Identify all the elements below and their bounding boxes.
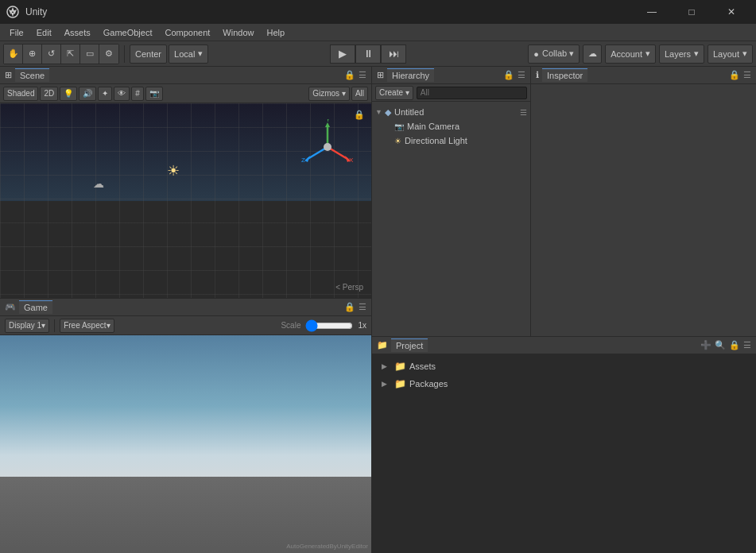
menu-component[interactable]: Component [158,26,216,39]
aspect-button[interactable]: Free Aspect ▾ [60,319,114,333]
cloud-button[interactable]: ☁ [583,44,602,64]
transform-tools: ✋ ⊕ ↺ ⇱ ▭ ⚙ [3,44,119,64]
space-button[interactable]: Local ▾ [169,44,208,64]
game-lock-icon[interactable]: 🔒 [344,302,355,312]
hierarchy-scene-menu[interactable]: ☰ [520,108,527,117]
gizmos-button[interactable]: Gizmos ▾ [308,87,350,101]
persp-label: < Persp [335,283,363,292]
hand-tool[interactable]: ✋ [4,44,23,64]
step-button[interactable]: ⏭ [381,44,406,64]
camera-button[interactable]: 📷 [145,87,163,101]
scale-tool[interactable]: ⇱ [61,44,80,64]
inspector-tab[interactable]: Inspector [542,68,587,82]
lighting-button[interactable]: 💡 [60,87,77,101]
fx-button[interactable]: ✦ [98,87,112,101]
packages-label: Packages [409,379,448,389]
hierarchy-item-main-camera[interactable]: 📷 Main Camera [372,119,530,133]
project-tab[interactable]: Project [391,338,428,352]
menu-help[interactable]: Help [260,26,291,39]
move-tool[interactable]: ⊕ [23,44,42,64]
scene-tab[interactable]: Scene [15,68,49,82]
svg-text:X: X [349,157,354,164]
layers-arrow: ▾ [694,48,699,59]
game-content[interactable]: AutoGeneratedByUnityEditor [0,335,371,553]
hierarchy-content: ▼ ◆ Untitled ☰ 📷 Main Camera ☀ [372,102,530,336]
minimize-button[interactable]: — [634,0,670,24]
hierarchy-label-camera: Main Camera [407,122,459,131]
collab-button[interactable]: ● Collab ▾ [528,44,580,64]
hierarchy-tab[interactable]: Hierarchy [387,68,434,82]
main-layout: ⊞ Scene 🔒 ☰ Shaded 2D 💡 🔊 ✦ 👁 # 📷 Gizmos… [0,67,756,553]
rect-tool[interactable]: ▭ [80,44,99,64]
maximize-button[interactable]: □ [673,0,710,24]
close-button[interactable]: ✕ [713,0,750,24]
project-item-packages[interactable]: ▶ 📁 Packages [378,375,750,393]
hierarchy-menu-icon[interactable]: ☰ [518,70,525,80]
scene-gizmo[interactable]: Y X Z [300,119,355,175]
menu-file[interactable]: File [3,26,30,39]
shading-button[interactable]: Shaded [3,87,38,101]
hierarchy-lock-icon[interactable]: 🔒 [503,70,514,80]
game-sky [0,335,371,477]
hierarchy-search[interactable] [417,87,527,99]
all-button[interactable]: All [351,87,368,101]
grid-button[interactable]: # [131,87,144,101]
scale-slider[interactable] [305,321,353,331]
game-icon: 🎮 [5,302,16,312]
toolbar-right: ● Collab ▾ ☁ Account ▾ Layers ▾ Layout ▾ [528,44,753,64]
game-toolbar: Display 1 ▾ Free Aspect ▾ Scale 1x [0,316,371,335]
2d-button[interactable]: 2D [40,87,58,101]
layout-button[interactable]: Layout ▾ [708,44,753,64]
game-tab[interactable]: Game [19,300,52,314]
pivot-button[interactable]: Center [130,44,167,64]
pause-button[interactable]: ⏸ [355,44,381,64]
scene-panel-header: ⊞ Scene 🔒 ☰ [0,67,371,84]
game-menu-icon[interactable]: ☰ [359,302,366,312]
project-search-icon[interactable]: 🔍 [715,340,726,350]
svg-marker-1 [11,7,14,11]
camera-icon-small: 📷 [394,122,404,131]
menu-assets[interactable]: Assets [58,26,97,39]
project-add-icon[interactable]: ➕ [700,340,711,350]
display-button[interactable]: Display 1 ▾ [5,319,49,333]
hierarchy-panel-header: ⊞ Hierarchy 🔒 ☰ [372,67,530,84]
menu-window[interactable]: Window [216,26,260,39]
hierarchy-icon: ⊞ [377,70,384,80]
project-lock-icon[interactable]: 🔒 [729,340,740,350]
sun-icon: ☀ [167,162,180,180]
play-button[interactable]: ▶ [330,44,355,64]
inspector-panel: ℹ Inspector 🔒 ☰ [531,67,756,336]
gizmo-svg: Y X Z [300,119,355,175]
scene-menu-icon[interactable]: ☰ [359,70,366,80]
account-button[interactable]: Account ▾ [605,44,656,64]
layers-button[interactable]: Layers ▾ [659,44,704,64]
hierarchy-toolbar: Create ▾ [372,84,530,102]
inspector-lock-icon[interactable]: 🔒 [729,70,740,80]
project-menu-icon[interactable]: ☰ [743,340,751,350]
create-button[interactable]: Create ▾ [375,86,413,100]
hierarchy-item-untitled[interactable]: ▼ ◆ Untitled ☰ [372,105,530,119]
window-title: Unity [25,6,627,17]
menu-gameobject[interactable]: GameObject [97,26,159,39]
scene-lock-icon[interactable]: 🔒 [344,70,355,80]
local-label: Local [174,49,195,59]
svg-marker-2 [11,13,14,17]
inspector-content [531,84,756,336]
packages-folder-icon: 📁 [394,378,406,389]
assets-expand-arrow: ▶ [382,362,391,370]
project-item-assets[interactable]: ▶ 📁 Assets [378,358,750,375]
hierarchy-item-dir-light[interactable]: ☀ Directional Light [372,133,530,148]
top-right: ⊞ Hierarchy 🔒 ☰ Create ▾ ▼ ◆ [372,67,756,337]
game-sep [54,319,55,332]
rotate-tool[interactable]: ↺ [42,44,61,64]
project-panel-header: 📁 Project ➕ 🔍 🔒 ☰ [372,337,756,354]
collab-icon: ● [533,49,539,59]
hierarchy-panel-icons: 🔒 ☰ [503,70,525,80]
scene-content[interactable]: ☀ ☁ [0,103,371,298]
inspector-menu-icon[interactable]: ☰ [743,70,751,80]
transform-tool[interactable]: ⚙ [99,44,118,64]
audio-button[interactable]: 🔊 [79,87,96,101]
scene-view: ⊞ Scene 🔒 ☰ Shaded 2D 💡 🔊 ✦ 👁 # 📷 Gizmos… [0,67,371,299]
menu-edit[interactable]: Edit [30,26,58,39]
hidden-button[interactable]: 👁 [114,87,130,101]
